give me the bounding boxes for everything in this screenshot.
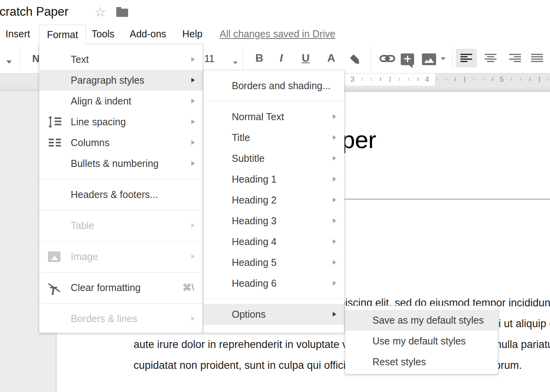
ruler-tick — [530, 78, 530, 81]
menu-item-title[interactable]: Title — [204, 127, 344, 148]
menu-item-heading-5[interactable]: Heading 5 — [204, 252, 344, 273]
menu-divider — [39, 179, 203, 180]
menu-item-heading-1[interactable]: Heading 1 — [204, 169, 344, 190]
ruler-tick — [371, 78, 372, 81]
ruler-tick — [436, 78, 437, 81]
menu-divider — [204, 299, 344, 299]
ruler-tick — [380, 78, 381, 81]
menu-item-paragraph-styles[interactable]: Paragraph styles — [39, 70, 203, 91]
menu-divider — [204, 101, 344, 101]
insert-link-icon[interactable] — [380, 55, 395, 62]
insert-image-icon[interactable] — [422, 53, 436, 65]
menu-item-label: Clear formatting — [71, 282, 141, 293]
highlight-pen-icon[interactable] — [350, 54, 359, 63]
menu-format-active[interactable]: Format — [39, 25, 86, 45]
menu-item-label: Borders & lines — [71, 313, 138, 324]
menu-item-borders-shading[interactable]: Borders and shading... — [204, 75, 344, 96]
font-size-caret-icon[interactable] — [233, 62, 237, 64]
menu-item-label: Normal Text — [232, 111, 284, 122]
menu-item-reset-styles[interactable]: Reset styles — [345, 352, 498, 372]
submenu-arrow-icon — [191, 140, 195, 145]
menu-divider — [39, 272, 203, 273]
align-right-button[interactable] — [509, 54, 521, 62]
menu-insert[interactable]: Insert — [6, 24, 30, 43]
menu-item-line-spacing[interactable]: Line spacing — [39, 112, 203, 132]
menu-item-label: Align & indent — [71, 95, 131, 106]
folder-icon[interactable] — [116, 9, 128, 17]
submenu-arrow-icon — [333, 239, 336, 244]
doc-title-input[interactable]: Scratch Paper — [0, 5, 68, 19]
menu-divider — [39, 303, 203, 304]
toolbar-separator — [243, 47, 243, 69]
ruler-tick — [418, 78, 418, 81]
align-left-button[interactable] — [460, 54, 472, 62]
shortcut-label: ⌘\ — [183, 277, 194, 298]
insert-image-caret-icon[interactable] — [441, 57, 446, 60]
italic-button[interactable]: I — [280, 52, 283, 64]
submenu-arrow-icon — [191, 99, 195, 103]
menu-item-bullets-numbering[interactable]: Bullets & numbering — [39, 153, 203, 174]
menu-item-label: Borders and shading... — [232, 80, 331, 91]
menu-item-label: Bullets & numbering — [71, 158, 159, 169]
menu-item-use-default-styles[interactable]: Use my default styles — [345, 331, 498, 352]
menu-item-options[interactable]: Options — [204, 304, 344, 325]
clear-formatting-icon: T — [48, 283, 62, 293]
submenu-arrow-icon — [191, 316, 195, 321]
insert-comment-icon[interactable] — [401, 53, 414, 65]
menu-item-columns[interactable]: Columns — [39, 132, 203, 153]
text-color-button[interactable]: A — [327, 52, 335, 64]
menu-item-normal-text[interactable]: Normal Text — [204, 106, 344, 127]
ruler-tick — [521, 78, 521, 81]
menu-tools[interactable]: Tools — [92, 24, 114, 43]
menu-item-heading-6[interactable]: Heading 6 — [204, 273, 344, 294]
submenu-arrow-icon — [333, 281, 336, 286]
line-spacing-icon — [48, 117, 62, 127]
ruler-tick — [511, 78, 512, 81]
ruler-tick — [409, 78, 409, 81]
submenu-arrow-icon — [333, 177, 336, 181]
columns-icon — [48, 138, 62, 148]
submenu-arrow-icon — [333, 218, 336, 223]
submenu-arrow-icon — [333, 135, 336, 140]
menu-item-heading-2[interactable]: Heading 2 — [204, 190, 344, 211]
submenu-arrow-icon — [191, 78, 195, 82]
align-center-button[interactable] — [485, 54, 497, 62]
underline-button[interactable]: U — [302, 52, 310, 64]
menu-item-subtitle[interactable]: Subtitle — [204, 148, 344, 169]
menu-item-label: Subtitle — [232, 153, 264, 164]
star-icon[interactable]: ☆ — [94, 4, 106, 20]
submenu-arrow-icon — [333, 114, 336, 119]
ruler-number: 3 — [348, 73, 356, 86]
bold-button[interactable]: B — [255, 52, 263, 64]
font-size-value[interactable]: 11 — [204, 53, 214, 64]
toolbar-overflow-caret-icon[interactable] — [6, 60, 12, 64]
toolbar-separator — [20, 47, 20, 69]
toolbar-separator — [453, 47, 453, 69]
ruler-tick — [464, 77, 465, 82]
menu-item-label: Table — [71, 220, 94, 231]
menu-item-heading-4[interactable]: Heading 4 — [204, 231, 344, 252]
menu-item-clear-formatting[interactable]: T Clear formatting ⌘\ — [39, 277, 203, 298]
paragraph-style-selector[interactable]: N — [32, 53, 40, 65]
ruler-tick — [492, 78, 493, 81]
menu-item-align-indent[interactable]: Align & indent — [39, 91, 203, 112]
submenu-arrow-icon — [333, 156, 336, 161]
align-justify-button[interactable] — [531, 54, 543, 62]
menu-item-label: Heading 2 — [232, 194, 277, 205]
submenu-arrow-icon — [333, 198, 336, 202]
save-status-link[interactable]: All changes saved in Drive — [220, 24, 336, 43]
options-submenu-panel: Save as my default styles Use my default… — [345, 306, 498, 374]
ruler-tick — [539, 77, 540, 82]
ruler-tick — [446, 78, 447, 81]
menu-item-label: Text — [71, 54, 89, 65]
menu-addons[interactable]: Add-ons — [130, 24, 166, 43]
menu-item-heading-3[interactable]: Heading 3 — [204, 211, 344, 231]
menu-item-save-default-styles[interactable]: Save as my default styles — [345, 310, 498, 331]
menu-item-borders-lines-disabled: Borders & lines — [39, 308, 203, 329]
menu-item-headers-footers[interactable]: Headers & footers... — [39, 184, 203, 205]
menu-item-label: Paragraph styles — [71, 75, 145, 86]
menu-divider — [39, 210, 203, 211]
paragraph-styles-submenu-panel: Borders and shading... Normal Text Title… — [203, 70, 345, 333]
menu-item-text[interactable]: Text — [39, 49, 203, 70]
menu-help[interactable]: Help — [182, 24, 202, 43]
